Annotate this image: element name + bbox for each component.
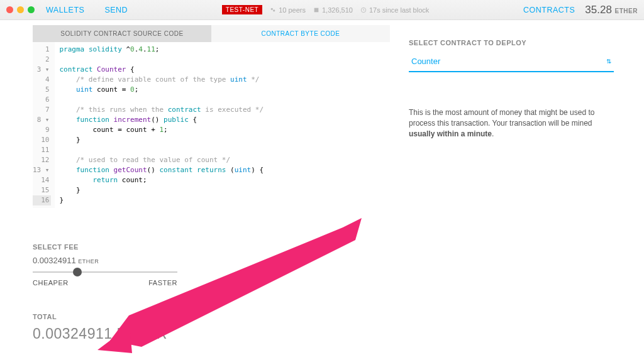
- topbar: WALLETS SEND TEST-NET 10 peers 1,326,510…: [0, 0, 644, 20]
- code-line[interactable]: uint count = 0;: [60, 85, 264, 95]
- slider-label-cheaper: CHEAPER: [33, 279, 69, 287]
- contract-selected: Counter: [411, 57, 440, 66]
- code-line[interactable]: [60, 95, 264, 105]
- code-line[interactable]: [60, 145, 264, 155]
- contract-dropdown[interactable]: Counter ⇅: [409, 52, 614, 72]
- svg-point-0: [271, 8, 273, 9]
- fee-description: This is the most amount of money that mi…: [409, 107, 614, 139]
- line-number: 14: [33, 175, 51, 185]
- peers-stat: 10 peers: [270, 6, 306, 14]
- peers-icon: [270, 7, 276, 13]
- nav-wallets[interactable]: WALLETS: [46, 6, 84, 14]
- line-number: 4: [33, 75, 51, 85]
- select-contract-label: SELECT CONTRACT TO DEPLOY: [409, 39, 614, 46]
- minimize-window-icon[interactable]: [17, 6, 24, 13]
- fee-slider[interactable]: CHEAPER FASTER: [33, 271, 177, 287]
- line-number: 12: [33, 155, 51, 165]
- svg-rect-2: [314, 8, 319, 12]
- line-number: 10: [33, 135, 51, 145]
- maximize-window-icon[interactable]: [28, 6, 35, 13]
- code-line[interactable]: /* this runs when the contract is execut…: [60, 105, 264, 115]
- line-number: 16: [33, 195, 51, 205]
- fee-label: SELECT FEE: [33, 243, 390, 251]
- code-editor[interactable]: 123 ▾45678 ▾910111213 ▾141516 pragma sol…: [33, 42, 390, 208]
- balance: 35.28 ETHER: [585, 4, 638, 16]
- nav-contracts[interactable]: CONTRACTS: [523, 6, 575, 14]
- code-line[interactable]: count = count + 1;: [60, 125, 264, 135]
- code-tabs: SOLIDITY CONTRACT SOURCE CODE CONTRACT B…: [33, 25, 390, 42]
- svg-point-1: [273, 9, 275, 11]
- line-number: 8 ▾: [33, 115, 51, 125]
- tab-bytecode[interactable]: CONTRACT BYTE CODE: [211, 25, 390, 42]
- total-value: 0.00324911 ETHER: [33, 325, 390, 342]
- select-contract-section: SELECT CONTRACT TO DEPLOY Counter ⇅: [409, 39, 614, 72]
- line-number: 1: [33, 45, 51, 55]
- line-number: 6: [33, 95, 51, 105]
- code-line[interactable]: }: [60, 135, 264, 145]
- code-line[interactable]: return count;: [60, 175, 264, 185]
- line-number: 5: [33, 85, 51, 95]
- code-line[interactable]: [60, 55, 264, 65]
- total-section: TOTAL 0.00324911 ETHER: [33, 313, 390, 342]
- fee-section: SELECT FEE 0.00324911 ETHER CHEAPER FAST…: [33, 243, 390, 287]
- code-line[interactable]: pragma solidity ^0.4.11;: [60, 45, 264, 55]
- line-number: 2: [33, 55, 51, 65]
- chevron-updown-icon: ⇅: [606, 58, 611, 65]
- block-icon: [313, 7, 319, 13]
- line-number: 3 ▾: [33, 65, 51, 75]
- line-number: 15: [33, 185, 51, 195]
- window-controls: [6, 6, 35, 13]
- clock-icon: [360, 7, 367, 13]
- nav-send[interactable]: SEND: [104, 6, 128, 14]
- line-number: 13 ▾: [33, 165, 51, 175]
- code-line[interactable]: function getCount() constant returns (ui…: [60, 165, 264, 175]
- line-number: 9: [33, 125, 51, 135]
- slider-thumb[interactable]: [73, 268, 82, 276]
- total-label: TOTAL: [33, 313, 390, 320]
- tab-source-code[interactable]: SOLIDITY CONTRACT SOURCE CODE: [33, 25, 211, 42]
- line-number: 11: [33, 145, 51, 155]
- code-line[interactable]: }: [60, 185, 264, 195]
- nav-center: TEST-NET 10 peers 1,326,510 17s since la…: [128, 5, 523, 14]
- slider-label-faster: FASTER: [148, 279, 177, 287]
- testnet-badge: TEST-NET: [222, 5, 262, 14]
- block-stat: 1,326,510: [313, 6, 353, 14]
- code-line[interactable]: contract Counter {: [60, 65, 264, 75]
- code-line[interactable]: function increment() public {: [60, 115, 264, 125]
- close-window-icon[interactable]: [6, 6, 13, 13]
- code-line[interactable]: /* used to read the value of count */: [60, 155, 264, 165]
- code-line[interactable]: /* define variable count of the type uin…: [60, 75, 264, 85]
- time-stat: 17s since last block: [360, 6, 429, 14]
- line-number: 7: [33, 105, 51, 115]
- code-line[interactable]: }: [60, 195, 264, 205]
- fee-value: 0.00324911 ETHER: [33, 256, 390, 265]
